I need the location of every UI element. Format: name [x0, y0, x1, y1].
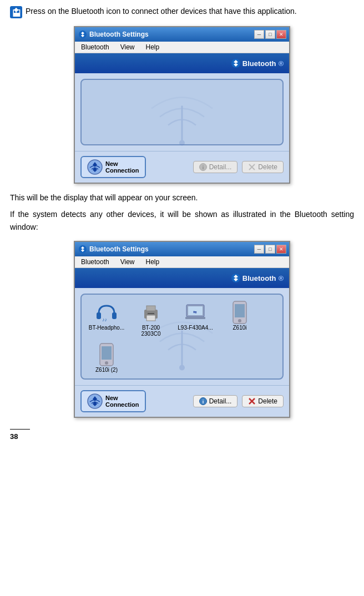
dialog2-device-area: ♪♪ BT-Headpho... [80, 294, 284, 380]
dialog2-minimize-btn[interactable]: ─ [254, 245, 264, 254]
svg-rect-39 [148, 313, 154, 314]
svg-point-46 [238, 319, 241, 322]
dialog2-new-connection-btn[interactable]: New Connection [80, 390, 146, 412]
dialog1-device-area [80, 79, 284, 145]
device-item-0: ♪♪ BT-Headpho... [87, 300, 126, 331]
dialog2-maximize-btn[interactable]: □ [265, 245, 275, 254]
svg-point-32 [179, 365, 185, 370]
svg-text:i: i [202, 165, 204, 170]
dialog2-delete-btn[interactable]: Delete [242, 395, 284, 407]
dialog1-close-btn[interactable]: ✕ [276, 30, 286, 39]
dialog1-menubar: Bluetooth View Help [75, 42, 289, 53]
svg-point-49 [105, 361, 108, 365]
section1-text: This will be the display that will appea… [10, 191, 354, 204]
dialog2-title-icon [79, 245, 87, 253]
dialog1-delete-icon [248, 163, 256, 171]
device-item-4: Z610i (2) [87, 342, 126, 373]
intro-section: ⬓ Press on the Bluetooth icon to connect… [10, 6, 354, 18]
dialog2-detail-btn[interactable]: i Detail... [193, 395, 238, 407]
dialog1-detail-btn: i Detail... [193, 161, 238, 173]
dialog1-menu-view[interactable]: View [119, 43, 136, 52]
dialog2-menu-view[interactable]: View [119, 257, 136, 266]
dialog2-delete-icon [248, 397, 256, 405]
device-icon-headphones: ♪♪ [93, 300, 120, 325]
dialog1-maximize-btn[interactable]: □ [265, 30, 275, 39]
dialog2-menu-bluetooth[interactable]: Bluetooth [79, 257, 111, 266]
svg-rect-48 [102, 346, 112, 360]
dialog1-action-btns: i Detail... Delete [193, 161, 284, 173]
device-icon-computer: ⇆ [182, 300, 209, 325]
device-item-2: ⇆ L93-F430A4... [176, 300, 215, 331]
dialog1-detail-icon: i [199, 163, 207, 171]
device-icon-phone2 [93, 342, 120, 367]
dialog2-titlebar: Bluetooth Settings ─ □ ✕ [75, 242, 289, 256]
page-number: 38 [10, 432, 18, 441]
section2-text: If the system detects any other devices,… [10, 208, 354, 233]
svg-rect-42 [185, 317, 205, 319]
dialog1-titlebar: Bluetooth Settings ─ □ ✕ [75, 27, 289, 42]
svg-rect-37 [146, 306, 155, 311]
dialog1-logo: Bluetooth® [231, 59, 284, 68]
device-name-4: Z610i (2) [95, 367, 118, 373]
dialog2: Bluetooth Settings ─ □ ✕ Bluetooth View … [74, 241, 290, 418]
dialog1-wave-bg [149, 75, 215, 149]
svg-text:♪♪: ♪♪ [102, 317, 107, 322]
svg-rect-45 [235, 304, 245, 317]
dialog2-bottom: New Connection i Detail... Delete [75, 385, 289, 417]
dialog1-wrapper: Bluetooth Settings ─ □ ✕ Bluetooth View … [10, 26, 354, 184]
dialog1-bottom: New Connection i Detail... Delete [75, 151, 289, 183]
dialog2-title-text: Bluetooth Settings [89, 245, 149, 253]
dialog1-delete-btn: Delete [242, 161, 284, 173]
device-icon-printer [138, 300, 164, 325]
dialog1-title-icon [79, 31, 87, 38]
dialog2-new-conn-label: New Connection [105, 395, 139, 408]
dialog2-menu-help[interactable]: Help [144, 257, 161, 266]
device-item-3: Z610i [220, 300, 259, 331]
dialog2-new-conn-icon [87, 393, 103, 409]
device-icon-phone [226, 300, 253, 325]
svg-text:⇆: ⇆ [193, 310, 197, 315]
dialog1-menu-help[interactable]: Help [144, 43, 161, 52]
bluetooth-icon: ⬓ [10, 6, 22, 18]
device-name-0: BT-Headpho... [89, 325, 124, 331]
dialog1-new-conn-label: New Connection [105, 160, 139, 174]
dialog2-menubar: Bluetooth View Help [75, 256, 289, 268]
dialog1-menu-bluetooth[interactable]: Bluetooth [79, 43, 111, 52]
svg-rect-34 [112, 312, 117, 319]
dialog2-detail-icon: i [199, 397, 207, 405]
dialog2-delete-label: Delete [258, 397, 277, 405]
svg-point-14 [179, 140, 185, 146]
dialog2-wrapper: Bluetooth Settings ─ □ ✕ Bluetooth View … [10, 241, 354, 418]
dialog1: Bluetooth Settings ─ □ ✕ Bluetooth View … [74, 26, 290, 184]
dialog2-body: ♪♪ BT-Headpho... [75, 288, 289, 385]
dialog2-header-strip: Bluetooth® [75, 268, 289, 288]
dialog1-delete-label: Delete [258, 163, 277, 171]
dialog2-action-btns: i Detail... Delete [193, 395, 284, 407]
svg-text:i: i [202, 399, 204, 405]
dialog1-minimize-btn[interactable]: ─ [254, 30, 264, 39]
dialog1-detail-label: Detail... [209, 163, 232, 171]
dialog1-new-connection-btn[interactable]: New Connection [80, 156, 146, 178]
device-name-1: BT-200 2303C0 [141, 325, 160, 337]
svg-rect-33 [97, 312, 101, 319]
svg-rect-38 [146, 315, 155, 321]
dialog1-title-text: Bluetooth Settings [89, 31, 149, 38]
dialog2-close-btn[interactable]: ✕ [276, 245, 286, 254]
dialog2-controls[interactable]: ─ □ ✕ [254, 245, 286, 254]
device-name-3: Z610i [232, 325, 246, 331]
dialog1-title-left: Bluetooth Settings [79, 31, 149, 38]
device-name-2: L93-F430A4... [178, 325, 213, 331]
dialog1-new-conn-icon [87, 159, 103, 175]
intro-text: Press on the Bluetooth icon to connect o… [26, 6, 297, 17]
dialog1-body [75, 73, 289, 151]
dialog1-controls[interactable]: ─ □ ✕ [254, 30, 286, 39]
dialog2-logo: Bluetooth® [231, 274, 284, 282]
dialog2-detail-label: Detail... [209, 397, 232, 405]
dialog1-header-strip: Bluetooth® [75, 53, 289, 73]
dialog2-title-left: Bluetooth Settings [79, 245, 149, 253]
device-item-1: BT-200 2303C0 [132, 300, 170, 337]
